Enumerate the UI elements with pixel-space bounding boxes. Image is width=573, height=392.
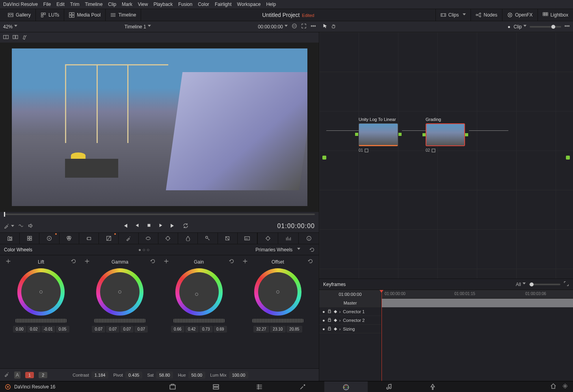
eye-icon[interactable]: ● <box>322 318 325 323</box>
menu-file[interactable]: File <box>43 2 51 7</box>
picker-icon[interactable] <box>164 258 169 265</box>
menu-view[interactable]: View <box>138 2 148 7</box>
settings-icon[interactable] <box>562 383 568 390</box>
first-frame-button[interactable] <box>122 223 128 230</box>
lightbox-button[interactable]: Lightbox <box>538 9 573 21</box>
fairlight-page-tab[interactable] <box>368 381 411 392</box>
picker-icon[interactable] <box>84 258 90 265</box>
hand-tool-icon[interactable] <box>331 23 337 30</box>
eye-icon[interactable]: ● <box>322 327 325 331</box>
keyframes-zoom-slider[interactable] <box>529 284 560 285</box>
edit-page-tab[interactable] <box>238 381 281 392</box>
page-1-pill[interactable]: 1 <box>25 372 34 378</box>
value-field[interactable]: 0.42 <box>185 326 199 333</box>
value-field[interactable]: 0.07 <box>134 326 148 333</box>
menu-color[interactable]: Color <box>198 2 209 7</box>
openfx-button[interactable]: OpenFX <box>502 9 538 21</box>
color-wheel[interactable] <box>175 268 223 316</box>
value-field[interactable]: 0.05 <box>56 326 69 333</box>
value-field[interactable]: 0.66 <box>171 326 184 333</box>
menu-fusion[interactable]: Fusion <box>178 2 192 7</box>
color-wheels-tab[interactable] <box>39 232 59 244</box>
deliver-page-tab[interactable] <box>411 381 454 392</box>
page-dots[interactable]: ● ○ ○ <box>32 247 255 253</box>
cut-page-tab[interactable] <box>194 381 238 392</box>
loop-button[interactable] <box>182 223 189 230</box>
clip-mode-dropdown[interactable]: Clip <box>513 24 526 30</box>
node-input[interactable] <box>355 133 358 136</box>
value-field[interactable]: 0.02 <box>27 326 41 333</box>
menu-playback[interactable]: Playback <box>153 2 173 7</box>
key-tab[interactable] <box>198 232 218 244</box>
keyframes-ruler[interactable]: 01:00:00:00 01:00:01:15 01:00:03:06 <box>381 290 573 299</box>
menu-help[interactable]: Help <box>266 2 276 7</box>
more-icon[interactable] <box>564 23 570 30</box>
fusion-page-tab[interactable] <box>281 381 324 392</box>
split-screen-icon[interactable] <box>13 34 18 41</box>
picker-icon[interactable] <box>4 223 14 230</box>
bypass-icon[interactable] <box>292 23 297 30</box>
media-page-tab[interactable] <box>151 381 194 392</box>
keyframes-mode-dropdown[interactable]: All <box>516 282 526 287</box>
expand-arrow-icon[interactable]: › <box>339 327 341 331</box>
graph-output[interactable] <box>566 156 570 160</box>
value-field[interactable]: 32.27 <box>253 326 269 333</box>
motion-effects-tab[interactable] <box>79 232 99 244</box>
mute-icon[interactable] <box>28 223 33 230</box>
value-field[interactable]: 23.10 <box>270 326 286 333</box>
pointer-tool-icon[interactable] <box>322 23 328 30</box>
keyframe-mode-icon[interactable] <box>257 232 278 244</box>
value-field[interactable]: 0.07 <box>120 326 134 333</box>
stop-button[interactable] <box>146 223 152 230</box>
lummix-field[interactable]: Lum Mix100.00 <box>210 372 248 379</box>
reset-icon[interactable] <box>308 258 313 265</box>
expand-arrow-icon[interactable]: › <box>339 309 341 314</box>
viewer-timecode-dropdown[interactable]: 00:00:00:00 <box>258 24 288 30</box>
value-field[interactable]: 20.85 <box>286 326 302 333</box>
jog-wheel[interactable] <box>15 319 67 323</box>
jog-wheel[interactable] <box>94 319 145 323</box>
expand-arrow-icon[interactable]: › <box>339 318 341 323</box>
hue-field[interactable]: Hue50.00 <box>178 372 205 379</box>
auto-icon[interactable] <box>4 372 9 378</box>
node-output[interactable] <box>398 133 402 136</box>
luts-button[interactable]: LUTs <box>36 9 64 21</box>
lock-icon[interactable] <box>327 327 331 331</box>
viewer[interactable] <box>0 43 319 212</box>
menu-clip[interactable]: Clip <box>108 2 116 7</box>
jog-wheel[interactable] <box>252 319 303 323</box>
timeline-button[interactable]: Timeline <box>106 9 141 21</box>
zoom-dropdown[interactable]: 42% <box>3 24 17 30</box>
picker-icon[interactable] <box>6 258 11 265</box>
node-02[interactable]: Grading 02 <box>426 117 465 146</box>
contrast-field[interactable]: Contrast1.184 <box>73 372 108 379</box>
node-zoom-slider[interactable] <box>530 26 561 28</box>
page-2-pill[interactable]: 2 <box>39 372 47 378</box>
node-graph[interactable]: Unity Log To Linear 01 Grading 02 <box>319 32 573 279</box>
home-icon[interactable] <box>550 383 556 390</box>
color-page-tab[interactable] <box>324 381 368 392</box>
timeline-name-dropdown[interactable]: Timeline 1 <box>21 24 254 30</box>
reset-icon[interactable] <box>150 258 156 265</box>
reset-icon[interactable] <box>71 258 76 265</box>
keyframe-icon[interactable]: ◆ <box>334 326 337 331</box>
keyframe-icon[interactable]: ◆ <box>334 309 337 314</box>
camera-raw-tab[interactable] <box>0 232 20 244</box>
jog-wheel[interactable] <box>173 319 225 323</box>
last-frame-button[interactable] <box>170 223 176 230</box>
lock-icon[interactable] <box>327 318 331 323</box>
image-wipe-icon[interactable] <box>3 34 9 41</box>
master-track[interactable] <box>381 299 573 307</box>
expand-icon[interactable] <box>301 23 307 30</box>
node-input[interactable] <box>422 133 426 136</box>
lock-icon[interactable] <box>327 309 331 314</box>
scopes-icon[interactable] <box>278 232 298 244</box>
menu-edit[interactable]: Edit <box>56 2 65 7</box>
value-field[interactable]: 0.73 <box>199 326 213 333</box>
node-thumbnail[interactable] <box>426 123 465 146</box>
more-icon[interactable] <box>311 23 316 30</box>
color-wheel[interactable] <box>17 268 65 316</box>
menu-workspace[interactable]: Workspace <box>237 2 261 7</box>
window-tab[interactable] <box>139 232 158 244</box>
track-row[interactable]: ●◆›Corrector 2 <box>319 316 381 325</box>
